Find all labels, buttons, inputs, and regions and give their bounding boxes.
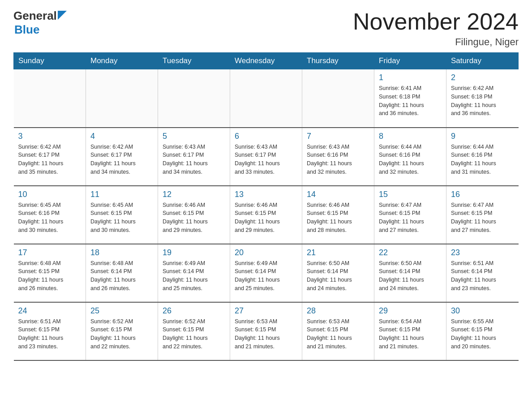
calendar-cell: 8Sunrise: 6:44 AMSunset: 6:16 PMDaylight… <box>374 128 446 186</box>
calendar-cell: 20Sunrise: 6:49 AMSunset: 6:14 PMDayligh… <box>230 244 302 302</box>
day-info: Sunrise: 6:51 AMSunset: 6:14 PMDaylight:… <box>451 259 514 293</box>
calendar-table: SundayMondayTuesdayWednesdayThursdayFrid… <box>13 52 519 361</box>
day-info: Sunrise: 6:45 AMSunset: 6:15 PMDaylight:… <box>90 201 153 235</box>
day-number: 1 <box>379 73 442 82</box>
day-number: 27 <box>235 306 297 316</box>
day-number: 30 <box>451 306 514 316</box>
calendar-cell <box>230 69 302 128</box>
day-number: 28 <box>307 306 369 316</box>
day-number: 10 <box>18 190 82 199</box>
calendar-cell: 1Sunrise: 6:41 AMSunset: 6:18 PMDaylight… <box>374 69 446 128</box>
day-number: 13 <box>235 190 297 199</box>
day-info: Sunrise: 6:49 AMSunset: 6:14 PMDaylight:… <box>163 259 225 293</box>
day-info: Sunrise: 6:53 AMSunset: 6:15 PMDaylight:… <box>307 317 369 351</box>
calendar-cell <box>86 69 158 128</box>
weekday-header-tuesday: Tuesday <box>158 53 230 69</box>
calendar-cell: 6Sunrise: 6:43 AMSunset: 6:17 PMDaylight… <box>230 128 302 186</box>
day-number: 29 <box>379 306 442 316</box>
day-number: 16 <box>451 190 514 199</box>
day-number: 3 <box>18 132 82 141</box>
day-info: Sunrise: 6:52 AMSunset: 6:15 PMDaylight:… <box>163 317 225 351</box>
day-number: 22 <box>379 248 442 257</box>
day-info: Sunrise: 6:53 AMSunset: 6:15 PMDaylight:… <box>235 317 297 351</box>
calendar-cell: 14Sunrise: 6:46 AMSunset: 6:15 PMDayligh… <box>302 186 374 244</box>
day-info: Sunrise: 6:41 AMSunset: 6:18 PMDaylight:… <box>379 84 442 118</box>
logo-triangle-icon <box>58 11 67 20</box>
calendar-week-4: 17Sunrise: 6:48 AMSunset: 6:15 PMDayligh… <box>14 244 519 302</box>
day-info: Sunrise: 6:55 AMSunset: 6:15 PMDaylight:… <box>451 317 514 351</box>
calendar-cell: 11Sunrise: 6:45 AMSunset: 6:15 PMDayligh… <box>86 186 158 244</box>
calendar-cell: 7Sunrise: 6:43 AMSunset: 6:16 PMDaylight… <box>302 128 374 186</box>
day-info: Sunrise: 6:52 AMSunset: 6:15 PMDaylight:… <box>90 317 153 351</box>
calendar-cell: 10Sunrise: 6:45 AMSunset: 6:16 PMDayligh… <box>14 186 86 244</box>
day-info: Sunrise: 6:46 AMSunset: 6:15 PMDaylight:… <box>235 201 297 235</box>
calendar-cell: 23Sunrise: 6:51 AMSunset: 6:14 PMDayligh… <box>446 244 519 302</box>
calendar-cell: 25Sunrise: 6:52 AMSunset: 6:15 PMDayligh… <box>86 302 158 360</box>
weekday-header-wednesday: Wednesday <box>230 53 302 69</box>
weekday-header-monday: Monday <box>86 53 158 69</box>
day-number: 20 <box>235 248 297 257</box>
day-number: 2 <box>451 73 514 82</box>
calendar-cell: 19Sunrise: 6:49 AMSunset: 6:14 PMDayligh… <box>158 244 230 302</box>
calendar-cell: 3Sunrise: 6:42 AMSunset: 6:17 PMDaylight… <box>14 128 86 186</box>
calendar-cell <box>302 69 374 128</box>
day-info: Sunrise: 6:54 AMSunset: 6:15 PMDaylight:… <box>379 317 442 351</box>
day-number: 14 <box>307 190 369 199</box>
title-block: November 2024 Filingue, Niger <box>353 9 519 48</box>
calendar-cell: 27Sunrise: 6:53 AMSunset: 6:15 PMDayligh… <box>230 302 302 360</box>
day-info: Sunrise: 6:45 AMSunset: 6:16 PMDaylight:… <box>18 201 82 235</box>
day-number: 24 <box>18 306 82 316</box>
day-info: Sunrise: 6:50 AMSunset: 6:14 PMDaylight:… <box>307 259 369 293</box>
day-info: Sunrise: 6:43 AMSunset: 6:17 PMDaylight:… <box>163 143 225 176</box>
day-number: 6 <box>235 132 297 141</box>
weekday-header-sunday: Sunday <box>14 53 86 69</box>
calendar-header: SundayMondayTuesdayWednesdayThursdayFrid… <box>14 53 519 69</box>
calendar-cell <box>158 69 230 128</box>
day-number: 21 <box>307 248 369 257</box>
calendar-cell <box>14 69 86 128</box>
month-title: November 2024 <box>353 9 519 34</box>
calendar-cell: 21Sunrise: 6:50 AMSunset: 6:14 PMDayligh… <box>302 244 374 302</box>
calendar-week-2: 3Sunrise: 6:42 AMSunset: 6:17 PMDaylight… <box>14 128 519 186</box>
calendar-cell: 29Sunrise: 6:54 AMSunset: 6:15 PMDayligh… <box>374 302 446 360</box>
day-number: 4 <box>90 132 153 141</box>
calendar-cell: 17Sunrise: 6:48 AMSunset: 6:15 PMDayligh… <box>14 244 86 302</box>
weekday-header-thursday: Thursday <box>302 53 374 69</box>
day-info: Sunrise: 6:48 AMSunset: 6:14 PMDaylight:… <box>90 259 153 293</box>
calendar-cell: 15Sunrise: 6:47 AMSunset: 6:15 PMDayligh… <box>374 186 446 244</box>
day-info: Sunrise: 6:46 AMSunset: 6:15 PMDaylight:… <box>307 201 369 235</box>
day-info: Sunrise: 6:47 AMSunset: 6:15 PMDaylight:… <box>451 201 514 235</box>
location-label: Filingue, Niger <box>353 36 519 48</box>
weekday-header-saturday: Saturday <box>446 53 519 69</box>
day-number: 25 <box>90 306 153 316</box>
calendar-week-5: 24Sunrise: 6:51 AMSunset: 6:15 PMDayligh… <box>14 302 519 360</box>
day-number: 15 <box>379 190 442 199</box>
day-number: 8 <box>379 132 442 141</box>
day-info: Sunrise: 6:44 AMSunset: 6:16 PMDaylight:… <box>379 143 442 176</box>
day-info: Sunrise: 6:46 AMSunset: 6:15 PMDaylight:… <box>163 201 225 235</box>
day-number: 12 <box>163 190 225 199</box>
calendar-cell: 26Sunrise: 6:52 AMSunset: 6:15 PMDayligh… <box>158 302 230 360</box>
day-info: Sunrise: 6:48 AMSunset: 6:15 PMDaylight:… <box>18 259 82 293</box>
day-info: Sunrise: 6:43 AMSunset: 6:16 PMDaylight:… <box>307 143 369 176</box>
logo: General Blue <box>13 9 67 37</box>
weekday-header-friday: Friday <box>374 53 446 69</box>
day-number: 23 <box>451 248 514 257</box>
calendar-cell: 13Sunrise: 6:46 AMSunset: 6:15 PMDayligh… <box>230 186 302 244</box>
day-info: Sunrise: 6:51 AMSunset: 6:15 PMDaylight:… <box>18 317 82 351</box>
calendar-cell: 12Sunrise: 6:46 AMSunset: 6:15 PMDayligh… <box>158 186 230 244</box>
calendar-cell: 5Sunrise: 6:43 AMSunset: 6:17 PMDaylight… <box>158 128 230 186</box>
calendar-cell: 4Sunrise: 6:42 AMSunset: 6:17 PMDaylight… <box>86 128 158 186</box>
calendar-week-1: 1Sunrise: 6:41 AMSunset: 6:18 PMDaylight… <box>14 69 519 128</box>
day-number: 17 <box>18 248 82 257</box>
calendar-week-3: 10Sunrise: 6:45 AMSunset: 6:16 PMDayligh… <box>14 186 519 244</box>
day-number: 7 <box>307 132 369 141</box>
day-info: Sunrise: 6:42 AMSunset: 6:17 PMDaylight:… <box>18 143 82 176</box>
calendar-cell: 28Sunrise: 6:53 AMSunset: 6:15 PMDayligh… <box>302 302 374 360</box>
day-info: Sunrise: 6:47 AMSunset: 6:15 PMDaylight:… <box>379 201 442 235</box>
calendar-cell: 30Sunrise: 6:55 AMSunset: 6:15 PMDayligh… <box>446 302 519 360</box>
day-number: 26 <box>163 306 225 316</box>
logo-blue: Blue <box>14 23 39 37</box>
calendar-cell: 16Sunrise: 6:47 AMSunset: 6:15 PMDayligh… <box>446 186 519 244</box>
day-info: Sunrise: 6:44 AMSunset: 6:16 PMDaylight:… <box>451 143 514 176</box>
